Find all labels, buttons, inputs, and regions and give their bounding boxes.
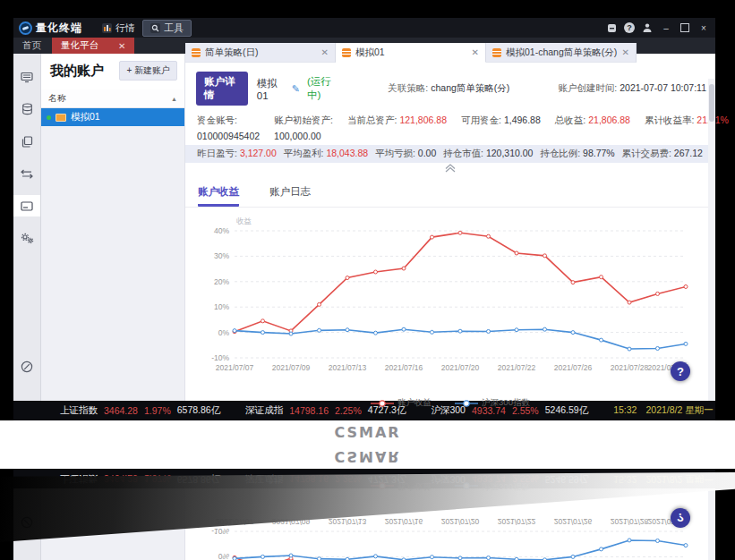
main-screenshot: 量化终端 行情 工具 ? [0, 0, 735, 445]
left-icon-rail [13, 54, 41, 401]
svg-text:2021/07/09: 2021/07/09 [272, 363, 311, 372]
svg-text:0%: 0% [218, 552, 230, 560]
close-icon[interactable]: ✕ [472, 47, 479, 57]
help-fab-button[interactable]: ? [671, 361, 690, 381]
svg-text:20%: 20% [214, 277, 229, 286]
user-icon[interactable] [641, 21, 654, 34]
svg-text:30%: 30% [214, 251, 229, 260]
close-icon[interactable]: ✕ [622, 47, 629, 57]
strategy-icon [192, 48, 201, 57]
stat-item: 持仓比例:98.77% [540, 148, 615, 160]
app-logo: 量化终端 [19, 21, 82, 36]
index-change: 2.25% [335, 405, 362, 416]
market-icon [102, 23, 112, 33]
stat-label: 平均亏损: [375, 148, 415, 158]
stat-label: 平均盈利: [284, 148, 324, 158]
menu-tools[interactable]: 工具 [142, 20, 192, 37]
doc-tab[interactable]: 简单策略(日)✕ [185, 43, 336, 63]
doc-tab[interactable]: 模拟01✕ [336, 43, 486, 63]
account-row-selected[interactable]: 模拟01 [41, 108, 184, 126]
stats-row-1: 资金账号:010000945402账户初始资产:100,000.00当前总资产:… [185, 111, 715, 143]
stat-value: 3,127.00 [240, 148, 277, 158]
created-time: 账户创建时间:2021-07-07 10:07:11 [558, 82, 706, 95]
tools-icon [150, 23, 160, 33]
svg-text:收益: 收益 [236, 216, 252, 225]
chart-legend: 账户收益沪深300指数 [371, 397, 530, 409]
account-card-icon[interactable] [13, 195, 40, 216]
stat-label: 昨日盈亏: [197, 148, 237, 158]
collapse-chevron-icon[interactable] [185, 164, 715, 173]
running-dot-icon [47, 115, 51, 120]
stat-value: 100,000.00 [274, 131, 333, 141]
stat-value: 1,496.88 [504, 115, 541, 125]
stat-value: 21,806.88 [588, 115, 630, 125]
minimize-icon[interactable]: – [660, 21, 672, 34]
returns-chart: 40%30%20%10%0%-10%收益2021/07/072021/07/09… [199, 216, 702, 397]
edit-pencil-icon[interactable]: ✎ [292, 83, 300, 95]
reflection: 量化终端 行情 工具 ? [0, 445, 735, 560]
index-volume: 6578.86亿 [177, 404, 220, 417]
name-column-header[interactable]: 名称 ▲ [41, 89, 184, 108]
line-chart-svg: 40%30%20%10%0%-10%收益2021/07/072021/07/09… [199, 216, 702, 394]
title-bar: 量化终端 行情 工具 ? [13, 18, 715, 38]
stat-label: 累计交易费: [621, 148, 671, 158]
linked-strategy: 关联策略:chang简单策略(分) [388, 82, 509, 95]
stat-item: 可用资金:1,496.88 [461, 115, 541, 141]
help-icon[interactable]: ? [624, 22, 635, 33]
legend-marker-icon [371, 399, 394, 408]
panel-header: 我的账户 + 新建账户 [41, 54, 184, 89]
monitor-icon[interactable] [13, 66, 40, 88]
stat-label: 累计收益率: [645, 115, 694, 125]
close-icon[interactable]: × [697, 21, 710, 34]
legend-item[interactable]: 账户收益 [371, 397, 432, 409]
stat-item: 总收益:21,806.88 [555, 115, 630, 141]
svg-text:-10%: -10% [211, 353, 229, 362]
index-value: 14798.16 [289, 405, 329, 416]
account-icon [56, 114, 66, 122]
menu-market-label: 行情 [115, 21, 135, 35]
stat-label: 持仓市值: [443, 148, 483, 158]
content-tab[interactable]: 账户收益 [198, 185, 239, 207]
index-value: 3464.28 [104, 405, 138, 416]
content-tab[interactable]: 账户日志 [269, 185, 311, 207]
status-bar: 上证指数3464.281.97%6578.86亿深证成指14798.162.25… [13, 401, 715, 420]
stats-row-2: 昨日盈亏:3,127.00平均盈利:18,043.88平均亏损:0.00持仓市值… [185, 145, 715, 163]
close-icon[interactable]: ✕ [321, 47, 329, 57]
svg-text:2021/07/07: 2021/07/07 [216, 517, 254, 526]
svg-text:2021/07/07: 2021/07/07 [216, 363, 254, 372]
index-quote[interactable]: 上证指数3464.281.97%6578.86亿 [60, 404, 220, 417]
nav-tab-quant-platform[interactable]: 量化平台 ✕ [52, 38, 134, 54]
copy-icon[interactable] [13, 131, 40, 152]
account-detail-badge: 账户详情 [196, 72, 248, 106]
nav-tab-label: 量化平台 [61, 39, 98, 52]
settings-gears-icon[interactable] [13, 227, 40, 249]
stat-item: 账户初始资产:100,000.00 [274, 115, 333, 141]
menu-market[interactable]: 行情 [95, 20, 142, 37]
doc-tab[interactable]: 模拟01-chang简单策略(分)✕ [486, 43, 637, 63]
nav-tab-home[interactable]: 首页 [13, 38, 52, 54]
close-icon[interactable]: ✕ [118, 41, 125, 51]
sort-arrow-icon[interactable]: ▲ [171, 96, 177, 102]
svg-text:2021/07/22: 2021/07/22 [498, 363, 536, 372]
logo-icon [19, 21, 32, 35]
stat-label: 持仓比例: [540, 148, 580, 158]
legend-item[interactable]: 沪深300指数 [455, 397, 530, 409]
stat-item: 持仓市值:120,310.00 [443, 148, 533, 160]
transfer-icon[interactable] [13, 163, 40, 184]
theme-icon[interactable] [605, 21, 618, 34]
svg-text:2021/07/28: 2021/07/28 [611, 363, 649, 372]
svg-text:2021/07/13: 2021/07/13 [329, 363, 367, 372]
new-account-button[interactable]: + 新建账户 [119, 61, 177, 81]
compass-icon[interactable] [13, 356, 40, 378]
database-icon[interactable] [13, 98, 40, 120]
index-change: 1.97% [144, 405, 171, 416]
stat-item: 昨日盈亏:3,127.00 [197, 148, 277, 160]
status-time: 15:32 [613, 404, 637, 417]
app-body: 我的账户 + 新建账户 名称 ▲ 模拟01 简单策略(日)✕模拟01✕模拟01-… [13, 54, 715, 401]
chart-region: 40%30%20%10%0%-10%收益2021/07/072021/07/09… [185, 208, 715, 401]
maximize-icon[interactable] [679, 21, 691, 34]
csmar-watermark: CSMAR [334, 424, 400, 441]
vertical-scrollbar[interactable] [708, 79, 715, 401]
scrollbar-thumb[interactable] [709, 84, 714, 122]
svg-text:10%: 10% [214, 302, 229, 311]
